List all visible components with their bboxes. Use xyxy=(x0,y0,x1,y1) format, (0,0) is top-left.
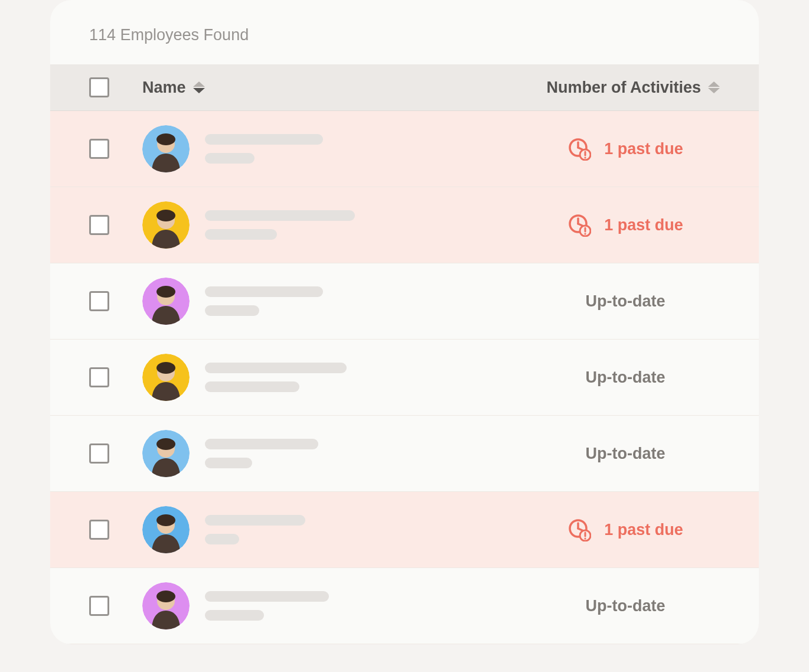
svg-point-8 xyxy=(585,156,586,158)
avatar xyxy=(142,201,190,249)
table-row[interactable]: Up-to-date xyxy=(50,416,759,492)
clock-alert-icon xyxy=(567,518,591,541)
avatar xyxy=(142,125,190,172)
placeholder-line xyxy=(205,210,355,221)
placeholder-line xyxy=(205,134,323,145)
avatar xyxy=(142,506,190,553)
placeholder-line xyxy=(205,229,277,240)
clock-alert-icon xyxy=(567,137,591,161)
table-row[interactable]: Up-to-date xyxy=(50,568,759,644)
svg-point-23 xyxy=(156,362,175,374)
placeholder-line xyxy=(205,515,305,526)
status-label: Up-to-date xyxy=(586,368,666,387)
status-label: Up-to-date xyxy=(586,597,666,615)
avatar xyxy=(142,582,190,629)
row-checkbox[interactable] xyxy=(89,139,109,159)
svg-point-20 xyxy=(156,286,175,298)
status-cell: Up-to-date xyxy=(531,368,720,387)
status-cell: 1 past due xyxy=(531,213,720,237)
name-placeholder xyxy=(205,439,318,468)
table-header-bar: 114 Employees Found xyxy=(50,0,759,64)
avatar xyxy=(142,354,190,401)
clock-alert-icon xyxy=(567,213,591,237)
status-label: Up-to-date xyxy=(586,445,666,463)
status-cell: Up-to-date xyxy=(531,292,720,311)
svg-point-35 xyxy=(585,537,586,539)
column-activities-label: Number of Activities xyxy=(546,79,701,97)
table-row[interactable]: Up-to-date xyxy=(50,340,759,416)
placeholder-line xyxy=(205,458,252,468)
svg-point-29 xyxy=(156,514,175,526)
column-name-label: Name xyxy=(142,79,186,97)
placeholder-line xyxy=(205,363,347,373)
table-row[interactable]: 1 past due xyxy=(50,111,759,187)
select-all-checkbox[interactable] xyxy=(89,77,109,97)
svg-line-32 xyxy=(578,529,582,530)
svg-line-14 xyxy=(578,224,582,226)
placeholder-line xyxy=(205,610,264,621)
name-placeholder xyxy=(205,515,305,544)
placeholder-line xyxy=(205,439,318,449)
name-placeholder xyxy=(205,591,329,621)
name-placeholder xyxy=(205,134,323,164)
placeholder-line xyxy=(205,305,259,316)
svg-point-2 xyxy=(156,133,175,145)
row-checkbox[interactable] xyxy=(89,520,109,540)
employee-count-label: 114 Employees Found xyxy=(89,26,720,44)
name-placeholder xyxy=(205,363,347,392)
status-cell: 1 past due xyxy=(531,137,720,161)
table-column-header: Name Number of Activities xyxy=(50,64,759,111)
row-checkbox[interactable] xyxy=(89,367,109,387)
employee-table-card: 114 Employees Found Name Number of Activ… xyxy=(50,0,759,644)
name-placeholder xyxy=(205,210,355,240)
sort-icon xyxy=(193,81,205,93)
table-row[interactable]: 1 past due xyxy=(50,492,759,568)
placeholder-line xyxy=(205,591,329,602)
column-header-name[interactable]: Name xyxy=(142,79,531,97)
name-placeholder xyxy=(205,286,323,316)
svg-point-17 xyxy=(585,233,586,234)
placeholder-line xyxy=(205,534,239,544)
placeholder-line xyxy=(205,286,323,297)
row-checkbox[interactable] xyxy=(89,443,109,464)
placeholder-line xyxy=(205,153,255,164)
status-cell: Up-to-date xyxy=(531,445,720,463)
status-label: 1 past due xyxy=(604,216,683,234)
svg-point-38 xyxy=(156,591,175,602)
row-checkbox[interactable] xyxy=(89,291,109,311)
status-label: 1 past due xyxy=(604,140,683,158)
status-label: Up-to-date xyxy=(586,292,666,311)
svg-line-5 xyxy=(578,148,582,149)
avatar xyxy=(142,430,190,477)
status-cell: Up-to-date xyxy=(531,597,720,615)
table-row[interactable]: Up-to-date xyxy=(50,263,759,340)
placeholder-line xyxy=(205,381,299,392)
avatar xyxy=(142,278,190,325)
row-checkbox[interactable] xyxy=(89,596,109,616)
svg-point-11 xyxy=(156,210,175,221)
status-label: 1 past due xyxy=(604,521,683,539)
table-row[interactable]: 1 past due xyxy=(50,187,759,263)
column-header-activities[interactable]: Number of Activities xyxy=(531,79,720,97)
sort-icon xyxy=(708,81,720,93)
svg-point-26 xyxy=(156,438,175,450)
row-checkbox[interactable] xyxy=(89,215,109,235)
table-body: 1 past due 1 past due xyxy=(50,111,759,644)
status-cell: 1 past due xyxy=(531,518,720,541)
